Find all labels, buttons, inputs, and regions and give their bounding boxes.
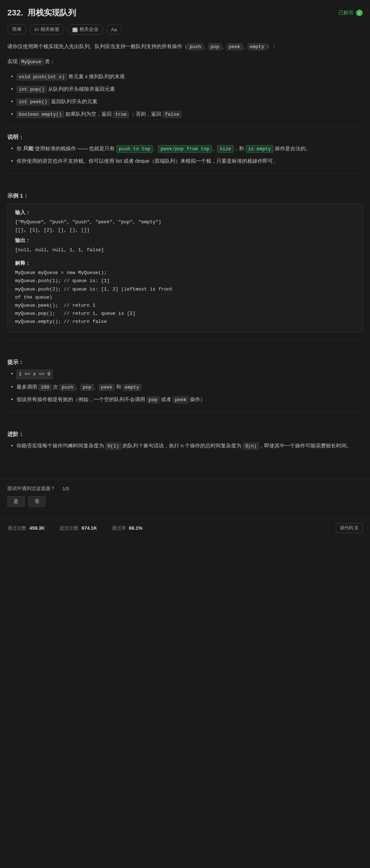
solved-label: 已解答 [338, 10, 354, 16]
highlight-push-to-top: push to top [116, 145, 153, 153]
advanced-title: 进阶： [7, 431, 363, 438]
method-push: void push(int x) 将元素 x 推到队列的末尾 [11, 72, 363, 81]
output-value: [null, null, null, 1, 1, false] [15, 246, 355, 254]
hint-pop2: pop [147, 396, 159, 403]
company-icon: 🏢 [72, 27, 78, 32]
highlight-size: size [217, 145, 234, 153]
stat-submit-value: 674.1K [82, 525, 97, 531]
implement-text: 实现 MyQueue 类： [7, 57, 363, 66]
difficulty-label: 简单 [12, 26, 22, 33]
code-int-peek: int peek() [17, 98, 50, 105]
hint-empty: empty [123, 384, 141, 391]
notes-list: 你 只能 使用标准的栈操作 —— 也就是只有 push to top、peek/… [7, 144, 363, 166]
advanced-1: 你能否实现每个操作均摊时间复杂度为 O(1) 的队列？换句话说，执行 n 个操作… [11, 442, 363, 450]
related-tags-btn[interactable]: 🏷 相关标签 [29, 24, 64, 35]
stat-pass-label: 通过次数 [7, 525, 26, 532]
stat-rate-label: 通过率 [112, 525, 126, 532]
note-2: 你所使用的语言也许不支持栈。你可以使用 list 或者 deque（双端队列）来… [11, 157, 363, 166]
tags-row: 简单 🏷 相关标签 🏢 相关企业 Aa [7, 24, 363, 35]
font-icon: Aa [111, 27, 117, 32]
problem-number: 232. [7, 8, 23, 17]
hint-2: 最多调用 100 次 push、pop、peek 和 empty [11, 383, 363, 392]
divider-1 [7, 126, 363, 126]
code-peek: peek [227, 43, 243, 50]
header-row: 232. 用栈实现队列 已解答 ✓ [7, 7, 363, 18]
code-push: push [187, 43, 203, 50]
tag-icon: 🏷 [34, 27, 39, 32]
highlight-is-empty: is empty [245, 145, 273, 153]
hints-title: 提示： [7, 359, 363, 366]
stat-rate-value: 68.1% [129, 525, 143, 531]
hint-peek: peek [99, 384, 115, 391]
interview-row: 面试中遇到过这道题？ 1/5 [7, 485, 363, 492]
code-void-push: void push(int x) [17, 73, 67, 80]
hint-1: 1 <= x <= 9 [11, 370, 363, 379]
stat-pass-value: 459.3K [29, 525, 45, 531]
notes-title: 说明： [7, 134, 363, 141]
divider-4 [7, 411, 363, 412]
related-companies-label: 相关企业 [79, 26, 98, 33]
input-line1: ["MyQueue", "push", "push", "peek", "pop… [15, 218, 355, 226]
divider-3 [7, 339, 363, 340]
no-button[interactable]: 否 [28, 496, 46, 507]
interview-label: 面试中遇到过这道题？ [7, 485, 55, 492]
stats-row: 通过次数 459.3K 提交次数 674.1K 通过率 68.1% 源代码 页 [0, 518, 370, 537]
output-label: 输出： [15, 237, 355, 244]
font-btn[interactable]: Aa [106, 24, 122, 35]
explain-label: 解释： [15, 260, 355, 267]
hint-peek2: peek [173, 396, 188, 403]
yes-button[interactable]: 是 [7, 496, 25, 507]
code-true: true [113, 111, 129, 118]
solved-badge: 已解答 ✓ [338, 10, 363, 16]
hint-pop: pop [80, 384, 93, 391]
related-tags-label: 相关标签 [40, 26, 60, 33]
hints-list: 1 <= x <= 9 最多调用 100 次 push、pop、peek 和 e… [7, 370, 363, 404]
input-label: 输入： [15, 209, 355, 216]
problem-title-text: 用栈实现队列 [28, 8, 76, 17]
footer-section: 面试中遇到过这道题？ 1/5 是 否 [0, 479, 370, 518]
interview-fraction: 1/5 [62, 486, 69, 491]
explain-code: MyQueue myQueue = new MyQueue(); myQueue… [15, 269, 355, 326]
difficulty-tag[interactable]: 简单 [7, 24, 26, 35]
code-100: 100 [39, 384, 51, 391]
code-pop: pop [208, 43, 221, 50]
code-int-pop: int pop() [17, 86, 47, 93]
method-empty: boolean empty() 如果队列为空，返回 true ；否则，返回 fa… [11, 110, 363, 119]
stat-submit-count: 提交次数 674.1K [60, 523, 97, 533]
solved-check-icon: ✓ [356, 10, 363, 16]
code-myqueue-class: MyQueue [19, 58, 44, 65]
highlight-peek-pop: peek/pop from top [158, 145, 212, 153]
problem-title: 232. 用栈实现队列 [7, 7, 76, 18]
methods-list: void push(int x) 将元素 x 推到队列的末尾 int pop()… [7, 72, 363, 119]
code-boolean-empty: boolean empty() [17, 111, 64, 118]
method-peek: int peek() 返回队列开头的元素 [11, 97, 363, 106]
related-companies-btn[interactable]: 🏢 相关企业 [67, 24, 103, 35]
code-empty: empty [248, 43, 266, 50]
code-range: 1 <= x <= 9 [17, 370, 53, 379]
example-box: 输入： ["MyQueue", "push", "push", "peek", … [7, 203, 363, 332]
method-pop: int pop() 从队列的开头移除并返回元素 [11, 85, 363, 94]
divider-2 [7, 173, 363, 173]
advanced-list: 你能否实现每个操作均摊时间复杂度为 O(1) 的队列？换句话说，执行 n 个操作… [7, 442, 363, 450]
hint-3: 假设所有操作都是有效的（例如，一个空的队列不会调用 pop 或者 peek 操作… [11, 395, 363, 404]
code-on: O(n) [243, 443, 259, 450]
code-o1: O(1) [105, 443, 121, 450]
stat-pass-count: 通过次数 459.3K [7, 523, 45, 533]
stat-pass-rate: 通过率 68.1% [112, 523, 143, 533]
example-title: 示例 1： [7, 192, 363, 199]
bold-only: 只能 [23, 145, 33, 151]
stat-submit-label: 提交次数 [60, 525, 79, 532]
code-false: false [163, 111, 182, 118]
source-code-button[interactable]: 源代码 页 [336, 523, 363, 533]
input-line2: [[], [1], [2], [], [], []] [15, 226, 355, 234]
description-intro: 请你仅使用两个栈实现先入先出队列。队列应当支持一般队列支持的所有操作（push、… [7, 42, 363, 51]
note-1: 你 只能 使用标准的栈操作 —— 也就是只有 push to top、peek/… [11, 144, 363, 153]
hint-push: push [60, 384, 75, 391]
